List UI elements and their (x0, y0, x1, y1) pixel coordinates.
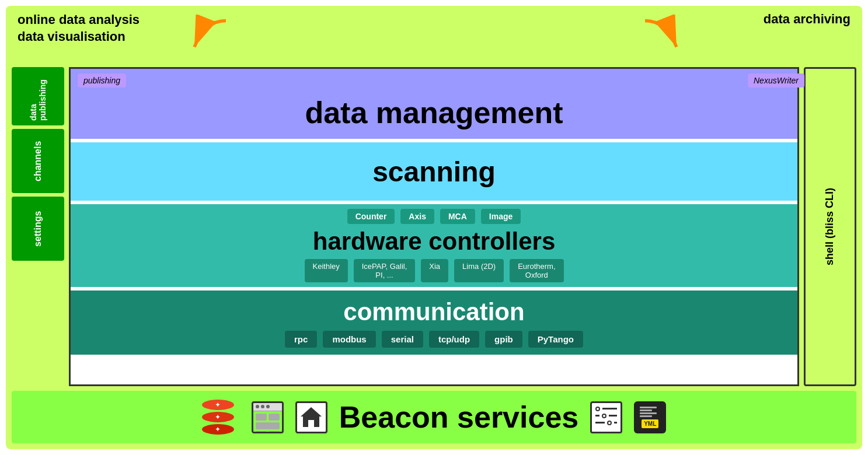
hw-tag-icepap: IcePAP, Galil,PI, ... (354, 259, 416, 282)
config-bar4 (595, 422, 605, 424)
home-body (303, 415, 319, 427)
ui-widget3 (256, 422, 280, 429)
ui-icon-body (253, 411, 282, 433)
comm-tag-gpib: gpib (485, 331, 522, 348)
config-line1 (595, 407, 617, 411)
yml-text: YML (642, 419, 658, 428)
config-bar1 (602, 408, 617, 410)
redis-star3: ✦ (215, 425, 221, 433)
ui-icon (252, 401, 284, 433)
center-content: publishing NexusWriter data management s… (69, 67, 799, 386)
config-line3 (595, 421, 617, 425)
hw-tag-xia: Xia (421, 259, 448, 282)
dm-tags: publishing NexusWriter (78, 74, 804, 88)
config-dot2 (602, 414, 606, 418)
config-line2 (595, 414, 617, 418)
comm-tag-modbus: modbus (323, 331, 375, 348)
home-icon (295, 401, 327, 433)
config-bar3 (609, 415, 617, 416)
redis-star: ✦ (215, 401, 221, 409)
hw-tags-top: Counter Axis MCA Image (347, 209, 521, 224)
ui-icon-top (253, 403, 282, 411)
redis-star2: ✦ (215, 413, 221, 421)
hw-tag-eurotherm: Eurotherm,Oxford (510, 259, 563, 282)
left-sidebar: data publishing channels settings (12, 67, 64, 386)
arrow-left-icon (184, 15, 236, 58)
redis-layer-bottom: ✦ (202, 400, 234, 410)
ui-dot1 (256, 405, 259, 408)
yml-lines (640, 407, 661, 417)
hw-tag-counter: Counter (347, 209, 395, 224)
ui-dot3 (266, 405, 270, 408)
comm-tag-serial: serial (382, 331, 423, 348)
layer-scanning: scanning (71, 142, 797, 201)
config-bar2 (595, 415, 599, 416)
dm-tag-nexus: NexusWriter (748, 74, 804, 88)
right-sidebar: shell (bliss CLI) (804, 67, 856, 386)
yml-line3 (640, 412, 657, 414)
sidebar-item-data-publishing: data publishing (12, 67, 64, 125)
hw-tag-image: Image (481, 209, 521, 224)
redis-icon: ✦ ✦ ✦ (202, 400, 234, 435)
yml-line1 (640, 407, 657, 408)
outer-container: online data analysis data visualisation … (6, 6, 862, 449)
top-left-text: online data analysis data visualisation (18, 12, 140, 45)
scanning-title: scanning (372, 156, 496, 188)
config-icon (590, 401, 622, 433)
hw-tag-mca: MCA (440, 209, 475, 224)
ui-widget2 (269, 414, 280, 421)
communication-title: communication (343, 298, 524, 326)
sidebar-item-channels: channels (12, 129, 64, 193)
layer-hardware: Counter Axis MCA Image hardware controll… (71, 204, 797, 287)
redis-layer-middle: ✦ (202, 412, 234, 422)
layer-communication: communication rpc modbus serial tcp/udp … (71, 290, 797, 355)
hw-tag-axis: Axis (400, 209, 434, 224)
home-door (308, 420, 314, 427)
beacon-services: ✦ ✦ ✦ (12, 391, 856, 443)
config-bar5 (614, 422, 617, 424)
arrow-right-icon (635, 15, 687, 58)
config-dot3 (607, 421, 612, 425)
yml-line4 (640, 415, 653, 417)
hw-tag-lima: Lima (2D) (454, 259, 504, 282)
yml-line2 (640, 410, 653, 411)
comm-tags: rpc modbus serial tcp/udp gpib PyTango (285, 331, 583, 348)
top-annotations: online data analysis data visualisation … (12, 12, 856, 64)
ui-widget5 (269, 431, 280, 433)
config-dot1 (595, 407, 600, 411)
beacon-title: Beacon services (339, 400, 579, 435)
shell-label: shell (bliss CLI) (824, 188, 836, 265)
ui-widget1 (256, 414, 267, 421)
layer-data-management: publishing NexusWriter data management (71, 69, 797, 139)
ui-dot2 (261, 405, 264, 408)
main-area: data publishing channels settings publis… (12, 67, 856, 386)
data-management-title: data management (305, 95, 563, 130)
comm-tag-tcpudp: tcp/udp (429, 331, 479, 348)
hardware-title: hardware controllers (313, 228, 555, 256)
hw-tag-keithley: Keithley (305, 259, 348, 282)
comm-tag-rpc: rpc (285, 331, 317, 348)
hw-tags-bottom: Keithley IcePAP, Galil,PI, ... Xia Lima … (305, 259, 564, 282)
dm-tag-publishing: publishing (78, 74, 126, 88)
sidebar-item-settings: settings (12, 197, 64, 261)
ui-widget4 (256, 431, 267, 433)
top-right-text: data archiving (764, 12, 850, 27)
comm-tag-pytango: PyTango (528, 331, 583, 348)
redis-layer-top: ✦ (202, 424, 234, 435)
yml-icon: YML (634, 401, 666, 433)
